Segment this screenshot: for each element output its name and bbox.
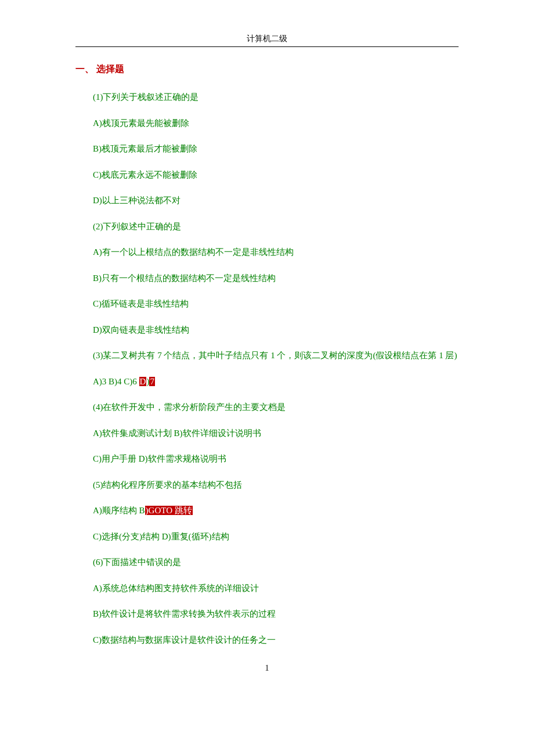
page-number: 1 — [75, 664, 459, 673]
q1-stem: (1)下列关于栈叙述正确的是 — [75, 91, 459, 104]
q3-options: A)3 B)4 C)6 D)7 — [75, 375, 459, 388]
q1-option-c: C)栈底元素永远不能被删除 — [75, 168, 459, 182]
q2-option-c: C)循环链表是非线性结构 — [75, 297, 459, 311]
q6-option-b: B)软件设计是将软件需求转换为软件表示的过程 — [75, 607, 459, 621]
q3-stem: (3)某二叉树共有 7 个结点，其中叶子结点只有 1 个，则该二叉树的深度为(假… — [75, 349, 459, 362]
q5-stem: (5)结构化程序所要求的基本结构不包括 — [75, 478, 459, 492]
q3-highlight-7: 7 — [149, 377, 155, 386]
q2-stem: (2)下列叙述中正确的是 — [75, 220, 459, 233]
q4-stem: (4)在软件开发中，需求分析阶段产生的主要文档是 — [75, 401, 459, 414]
q4-options-line1: A)软件集成测试计划 B)软件详细设计说明书 — [75, 427, 459, 440]
q2-option-b: B)只有一个根结点的数据结构不一定是线性结构 — [75, 272, 459, 285]
q5-highlight-goto: )GOTO 跳转 — [145, 506, 193, 515]
q5-options-line1: A)顺序结构 B)GOTO 跳转 — [75, 504, 459, 517]
q6-stem: (6)下面描述中错误的是 — [75, 556, 459, 569]
q5-line1-prefix: A)顺序结构 B — [93, 506, 145, 515]
q6-option-c: C)数据结构与数据库设计是软件设计的任务之一 — [75, 633, 459, 647]
q4-options-line2: C)用户手册 D)软件需求规格说明书 — [75, 452, 459, 466]
q1-option-b: B)栈顶元素最后才能被删除 — [75, 142, 459, 156]
q2-option-d: D)双向链表是非线性结构 — [75, 323, 459, 337]
document-page: 计算机二级 一、 选择题 (1)下列关于栈叙述正确的是 A)栈顶元素最先能被删除… — [0, 0, 534, 696]
q5-options-line2: C)选择(分支)结构 D)重复(循环)结构 — [75, 530, 459, 543]
q3-highlight-d: D — [139, 377, 147, 386]
q1-option-a: A)栈顶元素最先能被删除 — [75, 117, 459, 130]
q2-option-a: A)有一个以上根结点的数据结构不一定是非线性结构 — [75, 246, 459, 259]
header-title: 计算机二级 — [247, 34, 287, 43]
q1-option-d: D)以上三种说法都不对 — [75, 194, 459, 207]
q6-option-a: A)系统总体结构图支持软件系统的详细设计 — [75, 582, 459, 595]
section-heading: 一、 选择题 — [75, 63, 459, 75]
q3-options-prefix: A)3 B)4 C)6 — [93, 377, 139, 386]
header-rule — [75, 46, 459, 47]
page-header: 计算机二级 — [75, 34, 459, 44]
